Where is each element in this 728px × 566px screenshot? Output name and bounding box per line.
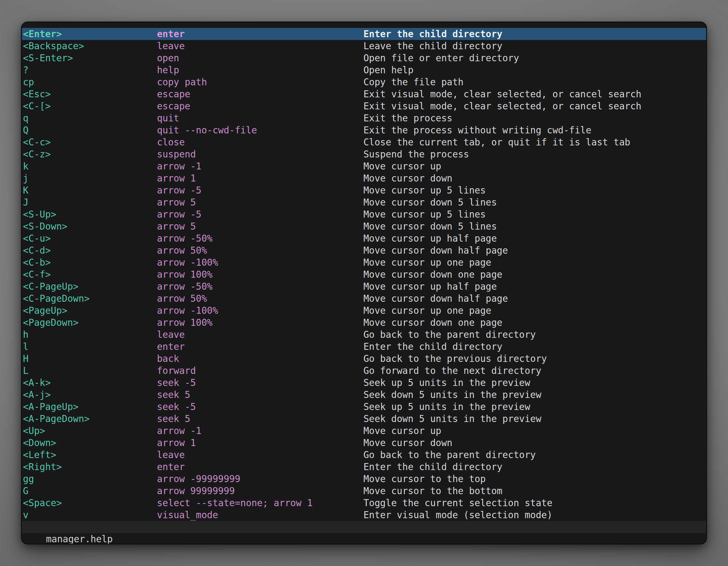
keybind-row[interactable]: <PageDown> arrow 100% Move cursor down o…	[22, 316, 706, 328]
keybind-row[interactable]: L forward Go forward to the next directo…	[22, 365, 706, 377]
keybind-row[interactable]: <Right> enter Enter the child directory	[22, 461, 706, 473]
keybind-row[interactable]: <C-u> arrow -50% Move cursor up half pag…	[22, 233, 706, 245]
command-cell: visual_mode	[157, 509, 363, 521]
key-cell: <Backspace>	[23, 40, 157, 52]
key-cell: cp	[23, 76, 157, 88]
keybind-row[interactable]: G arrow 99999999 Move cursor to the bott…	[22, 485, 706, 497]
command-cell: arrow 99999999	[157, 485, 363, 497]
description-cell: Move cursor up one page	[363, 257, 706, 269]
keybind-row[interactable]: H back Go back to the previous directory	[22, 353, 706, 365]
keybind-row[interactable]: ? help Open help	[22, 64, 706, 76]
description-cell: Suspend the process	[363, 148, 706, 160]
command-cell: seek 5	[157, 389, 363, 401]
key-cell: <Right>	[23, 461, 157, 473]
keybind-row[interactable]: Q quit --no-cwd-file Exit the process wi…	[22, 124, 706, 136]
command-cell: seek 5	[157, 413, 363, 425]
key-cell: l	[23, 340, 157, 353]
command-cell: escape	[157, 100, 363, 112]
key-cell: <C-d>	[23, 245, 157, 257]
description-cell: Move cursor down	[363, 437, 706, 449]
command-cell: arrow -100%	[157, 304, 363, 316]
keybind-row[interactable]: J arrow 5 Move cursor down 5 lines	[22, 196, 706, 208]
keybind-row[interactable]: <A-PageUp> seek -5 Seek up 5 units in th…	[22, 401, 706, 413]
description-cell: Enter the child directory	[363, 461, 706, 473]
keybind-row[interactable]: <S-Enter> open Open file or enter direct…	[22, 52, 706, 64]
keybind-row[interactable]: <C-c> close Close the current tab, or qu…	[22, 136, 706, 148]
keybind-row[interactable]: <Space> select --state=none; arrow 1 Tog…	[22, 497, 706, 509]
command-cell: arrow -1	[157, 160, 363, 172]
description-cell: Move cursor to the top	[363, 473, 706, 485]
keybind-row[interactable]: <Left> leave Go back to the parent direc…	[22, 449, 706, 461]
keybind-row[interactable]: <S-Up> arrow -5 Move cursor up 5 lines	[22, 208, 706, 220]
status-bar: manager.help	[22, 521, 706, 533]
keybind-row[interactable]: <C-b> arrow -100% Move cursor up one pag…	[22, 257, 706, 269]
description-cell: Move cursor down one page	[363, 269, 706, 281]
description-cell: Move cursor up	[363, 425, 706, 437]
terminal-window: <Enter> enter Enter the child directory …	[21, 22, 707, 544]
key-cell: <C-b>	[23, 257, 157, 269]
keybind-row[interactable]: <A-k> seek -5 Seek up 5 units in the pre…	[22, 377, 706, 389]
keybind-row[interactable]: cp copy path Copy the file path	[22, 76, 706, 88]
description-cell: Go back to the previous directory	[363, 353, 706, 365]
key-cell: L	[23, 365, 157, 377]
keybind-row[interactable]: l enter Enter the child directory	[22, 340, 706, 353]
keybind-row[interactable]: <C-d> arrow 50% Move cursor down half pa…	[22, 245, 706, 257]
key-cell: <A-k>	[23, 377, 157, 389]
description-cell: Open help	[363, 64, 706, 76]
keybind-row[interactable]: j arrow 1 Move cursor down	[22, 172, 706, 184]
key-cell: <C-PageDown>	[23, 292, 157, 304]
key-cell: h	[23, 328, 157, 340]
keybind-row[interactable]: <Down> arrow 1 Move cursor down	[22, 437, 706, 449]
description-cell: Leave the child directory	[363, 40, 706, 52]
command-cell: copy path	[157, 76, 363, 88]
description-cell: Exit visual mode, clear selected, or can…	[363, 88, 706, 100]
keybind-row[interactable]: <C-z> suspend Suspend the process	[22, 148, 706, 160]
keybind-row[interactable]: <A-PageDown> seek 5 Seek down 5 units in…	[22, 413, 706, 425]
command-cell: enter	[157, 340, 363, 353]
keybind-row[interactable]: <C-f> arrow 100% Move cursor down one pa…	[22, 269, 706, 281]
keybind-row[interactable]: k arrow -1 Move cursor up	[22, 160, 706, 172]
key-cell: q	[23, 112, 157, 124]
key-cell: <C-[>	[23, 100, 157, 112]
command-cell: arrow -100%	[157, 257, 363, 269]
key-cell: <Down>	[23, 437, 157, 449]
keybind-row[interactable]: <Esc> escape Exit visual mode, clear sel…	[22, 88, 706, 100]
key-cell: gg	[23, 473, 157, 485]
description-cell: Move cursor down 5 lines	[363, 220, 706, 233]
keybind-row[interactable]: <S-Down> arrow 5 Move cursor down 5 line…	[22, 220, 706, 233]
keybind-list: <Enter> enter Enter the child directory …	[22, 28, 706, 521]
status-bar-layer-label: manager.help	[46, 534, 112, 544]
keybind-row[interactable]: v visual_mode Enter visual mode (selecti…	[22, 509, 706, 521]
command-cell: escape	[157, 88, 363, 100]
key-cell: <S-Up>	[23, 208, 157, 220]
keybind-row[interactable]: <Backspace> leave Leave the child direct…	[22, 40, 706, 52]
keybind-row[interactable]: <A-j> seek 5 Seek down 5 units in the pr…	[22, 389, 706, 401]
keybind-row[interactable]: <C-[> escape Exit visual mode, clear sel…	[22, 100, 706, 112]
key-cell: J	[23, 196, 157, 208]
description-cell: Exit the process	[363, 112, 706, 124]
keybind-row[interactable]: <PageUp> arrow -100% Move cursor up one …	[22, 304, 706, 316]
key-cell: <A-j>	[23, 389, 157, 401]
command-cell: enter	[157, 28, 363, 40]
keybind-row[interactable]: <Up> arrow -1 Move cursor up	[22, 425, 706, 437]
keybind-row[interactable]: q quit Exit the process	[22, 112, 706, 124]
description-cell: Enter the child directory	[363, 28, 706, 40]
keybind-row[interactable]: h leave Go back to the parent directory	[22, 328, 706, 340]
keybind-row[interactable]: K arrow -5 Move cursor up 5 lines	[22, 184, 706, 196]
key-cell: <Space>	[23, 497, 157, 509]
key-cell: Q	[23, 124, 157, 136]
keybind-row[interactable]: gg arrow -99999999 Move cursor to the to…	[22, 473, 706, 485]
description-cell: Move cursor up one page	[363, 304, 706, 316]
command-cell: seek -5	[157, 401, 363, 413]
keybind-row[interactable]: <C-PageDown> arrow 50% Move cursor down …	[22, 292, 706, 304]
keybind-row[interactable]: <C-PageUp> arrow -50% Move cursor up hal…	[22, 281, 706, 292]
keybind-row[interactable]: <Enter> enter Enter the child directory	[22, 28, 706, 40]
command-cell: leave	[157, 40, 363, 52]
command-cell: arrow -5	[157, 184, 363, 196]
command-cell: arrow 50%	[157, 245, 363, 257]
command-cell: open	[157, 52, 363, 64]
description-cell: Move cursor to the bottom	[363, 485, 706, 497]
key-cell: <Up>	[23, 425, 157, 437]
description-cell: Seek down 5 units in the preview	[363, 413, 706, 425]
description-cell: Move cursor down half page	[363, 245, 706, 257]
